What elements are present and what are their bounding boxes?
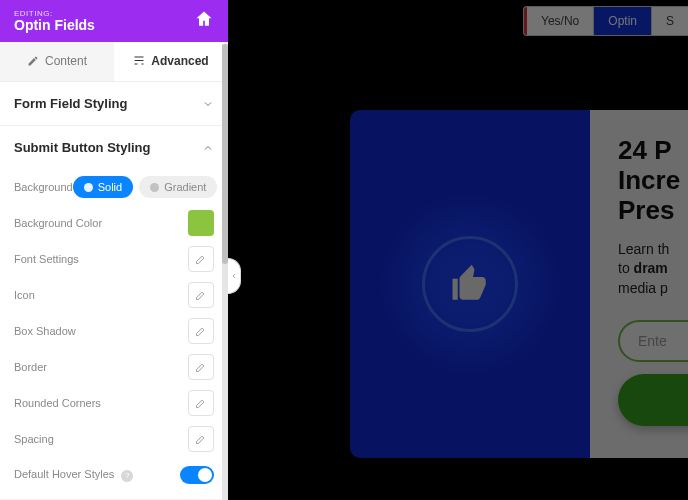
row-background-color: Background Color [14,205,214,241]
background-option-gradient[interactable]: Gradient [139,176,217,198]
tab-content-label: Content [45,54,87,68]
edit-icon-button[interactable] [188,282,214,308]
row-label: Background Color [14,217,102,229]
row-label: Default Hover Styles ? [14,468,133,482]
pencil-icon [195,325,207,337]
option-label: Solid [98,181,122,193]
step-tab-s[interactable]: S [652,7,688,35]
pencil-icon [195,397,207,409]
row-label: Background [14,181,73,193]
sidebar-tabs: Content Advanced [0,42,228,82]
modal-right-panel: 24 P Incre Pres Learn th to dram media p… [590,110,688,458]
section-label: Submit Button Styling [14,140,150,155]
row-label: Box Shadow [14,325,76,337]
pencil-icon [27,55,39,67]
preview-canvas: Yes/No Optin S 24 P Incre Pres [228,0,688,500]
row-border: Border [14,349,214,385]
step-tabs: Yes/No Optin S [523,6,688,36]
home-icon[interactable] [194,9,214,33]
step-tab-label: Optin [608,14,637,28]
editor-sidebar: EDITING: Optin Fields Content Advanced F… [0,0,228,500]
row-default-hover-styles: Default Hover Styles ? [14,457,214,493]
section-label: Form Field Styling [14,96,127,111]
pencil-icon [195,361,207,373]
email-field[interactable]: Ente [618,320,688,362]
row-font-settings: Font Settings [14,241,214,277]
step-tab-label: Yes/No [541,14,579,28]
tab-advanced[interactable]: Advanced [114,42,228,81]
modal-body: Learn th to dram media p [618,240,688,299]
row-label: Rounded Corners [14,397,101,409]
chevron-left-icon [230,271,238,281]
radio-dot-icon [150,183,159,192]
row-rounded-corners: Rounded Corners [14,385,214,421]
pencil-icon [195,253,207,265]
optin-modal-preview: 24 P Incre Pres Learn th to dram media p… [350,110,688,458]
editing-title: Optin Fields [14,18,95,33]
background-segmented: Solid Gradient [73,176,218,198]
row-spacing: Spacing [14,421,214,457]
row-background: Background Solid Gradient [14,169,214,205]
background-option-solid[interactable]: Solid [73,176,133,198]
help-icon[interactable]: ? [121,470,133,482]
edit-box-shadow-button[interactable] [188,318,214,344]
sliders-icon [133,55,145,67]
tab-advanced-label: Advanced [151,54,208,68]
sidebar-header: EDITING: Optin Fields [0,0,228,42]
submit-button[interactable] [618,374,688,426]
section-head-submit-button-styling[interactable]: Submit Button Styling [0,126,228,169]
section-head-form-field-styling[interactable]: Form Field Styling [0,82,228,125]
step-tab-label: S [666,14,674,28]
option-label: Gradient [164,181,206,193]
section-submit-button-styling: Submit Button Styling Background Solid G… [0,126,228,500]
background-color-swatch[interactable] [188,210,214,236]
edit-border-button[interactable] [188,354,214,380]
chevron-up-icon [202,142,214,154]
pencil-icon [195,289,207,301]
chevron-down-icon [202,98,214,110]
email-placeholder: Ente [638,333,667,349]
pencil-icon [195,433,207,445]
thumbs-up-icon [449,263,491,305]
row-label: Border [14,361,47,373]
row-label: Font Settings [14,253,79,265]
tab-content[interactable]: Content [0,42,114,81]
edit-font-settings-button[interactable] [188,246,214,272]
default-hover-styles-toggle[interactable] [180,466,214,484]
step-tab-optin[interactable]: Optin [594,7,652,35]
row-box-shadow: Box Shadow [14,313,214,349]
step-tab-yesno[interactable]: Yes/No [524,7,594,35]
section-form-field-styling: Form Field Styling [0,82,228,126]
edit-rounded-corners-button[interactable] [188,390,214,416]
edit-spacing-button[interactable] [188,426,214,452]
row-label: Spacing [14,433,54,445]
modal-left-panel [350,110,590,458]
row-label: Icon [14,289,35,301]
row-icon: Icon [14,277,214,313]
thumbs-ring [422,236,518,332]
modal-title: 24 P Incre Pres [618,136,688,226]
radio-dot-icon [84,183,93,192]
